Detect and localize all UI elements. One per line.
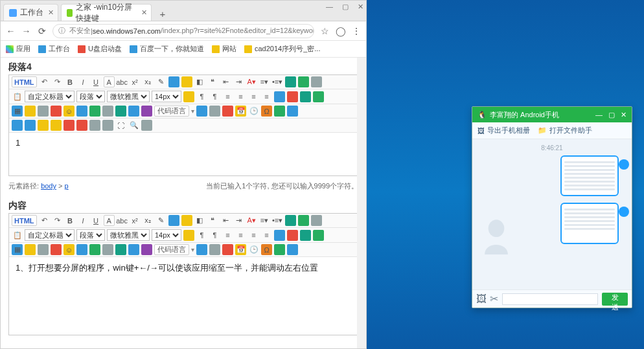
merge-icon[interactable] <box>89 120 100 131</box>
video-icon[interactable] <box>287 91 298 102</box>
indent-right-icon[interactable]: ⇥ <box>233 215 244 226</box>
rtl-icon[interactable]: ¶ <box>209 91 220 102</box>
chat-input[interactable] <box>502 293 598 305</box>
map-icon[interactable] <box>76 106 87 117</box>
maximize-icon[interactable]: ▢ <box>608 111 615 119</box>
flash-icon[interactable] <box>128 244 139 255</box>
font-box-icon[interactable]: A <box>104 215 115 226</box>
indent-right-icon[interactable]: ⇥ <box>233 76 244 87</box>
media-icon[interactable] <box>115 244 126 255</box>
align-center-icon[interactable]: ≡ <box>235 230 246 241</box>
image-icon[interactable] <box>274 230 285 241</box>
preview-icon[interactable] <box>222 244 233 255</box>
ordered-list-icon[interactable]: ≡▾ <box>259 76 270 87</box>
scrollbar[interactable] <box>357 58 366 348</box>
anchor-icon[interactable] <box>311 76 322 87</box>
bookmark-item[interactable]: cad2014序列号_密... <box>244 44 321 54</box>
search-icon[interactable]: 🔍 <box>128 120 139 131</box>
spellcheck-icon[interactable] <box>274 106 285 117</box>
minimize-icon[interactable]: — <box>595 111 603 119</box>
link-icon[interactable] <box>300 91 311 102</box>
align-left-icon[interactable]: ≡ <box>222 91 233 102</box>
form-icon[interactable] <box>51 244 62 255</box>
highlight-icon[interactable] <box>181 215 192 226</box>
font-size-select[interactable]: 14px <box>152 229 181 241</box>
attach-icon[interactable] <box>102 244 113 255</box>
maximize-icon[interactable]: ▢ <box>342 3 349 11</box>
row-above-icon[interactable] <box>12 120 23 131</box>
brush-icon[interactable] <box>168 215 179 226</box>
apps-button[interactable]: 应用 <box>6 44 30 54</box>
superscript-icon[interactable]: x² <box>130 215 141 226</box>
style-select[interactable]: 自定义标题 <box>25 91 75 102</box>
find-icon[interactable] <box>287 244 298 255</box>
font-family-select[interactable]: 微软雅黑 <box>107 91 150 102</box>
table-icon[interactable]: ▦ <box>12 106 23 117</box>
highlight-icon[interactable] <box>181 76 192 87</box>
ruler-icon[interactable] <box>183 91 194 102</box>
eraser-icon[interactable]: ◧ <box>194 76 205 87</box>
font-color-icon[interactable]: A▾ <box>246 76 257 87</box>
spellcheck-icon[interactable] <box>274 244 285 255</box>
anchor-icon[interactable] <box>311 215 322 226</box>
ltr-icon[interactable]: ¶ <box>196 230 207 241</box>
qq-titlebar[interactable]: 🐧 李富翔的 Android手机 — ▢ ✕ <box>472 107 632 122</box>
html-source-button[interactable]: HTML <box>12 215 37 226</box>
video-icon[interactable] <box>287 230 298 241</box>
date-icon[interactable]: 📅 <box>235 244 246 255</box>
clear-format-icon[interactable]: ✎ <box>155 76 167 87</box>
align-justify-icon[interactable]: ≡ <box>261 91 272 102</box>
unordered-list-icon[interactable]: •≡▾ <box>272 215 283 226</box>
bookmark-item[interactable]: 工作台 <box>38 44 70 54</box>
star-icon[interactable]: ☆ <box>320 26 330 36</box>
path-body-link[interactable]: body <box>41 182 56 190</box>
attach-icon[interactable] <box>102 106 113 117</box>
bookmark-item[interactable]: 百度一下，你就知道 <box>130 44 204 54</box>
col-left-icon[interactable] <box>38 120 49 131</box>
italic-icon[interactable]: I <box>78 76 89 87</box>
date-icon[interactable]: 📅 <box>235 106 246 117</box>
align-right-icon[interactable]: ≡ <box>248 230 259 241</box>
address-bar[interactable]: ⓘ 不安全 | seo.windows7en.com/index.php?r=s… <box>52 24 314 38</box>
path-p-link[interactable]: p <box>65 182 69 190</box>
emoji-icon[interactable] <box>285 215 296 226</box>
font-family-select[interactable]: 微软雅黑 <box>107 229 150 241</box>
template-icon[interactable] <box>196 106 207 117</box>
smiley-icon[interactable]: ☺ <box>63 244 75 255</box>
close-icon[interactable]: ✕ <box>48 8 54 17</box>
indent-left-icon[interactable]: ⇤ <box>220 215 231 226</box>
subscript-icon[interactable]: x₂ <box>143 215 154 226</box>
flash-icon[interactable] <box>128 106 139 117</box>
italic-icon[interactable]: I <box>78 215 89 226</box>
browser-tab-1[interactable]: 工作台 ✕ <box>3 4 58 21</box>
template-icon[interactable] <box>196 244 207 255</box>
strike-icon[interactable]: abc <box>117 215 128 226</box>
hr-icon[interactable] <box>25 244 36 255</box>
close-icon[interactable]: ✕ <box>141 8 147 17</box>
redo-icon[interactable]: ↷ <box>52 215 63 226</box>
print-icon[interactable] <box>209 106 220 117</box>
superscript-icon[interactable]: x² <box>130 76 141 87</box>
html-source-button[interactable]: HTML <box>12 76 37 87</box>
chart-icon[interactable] <box>89 244 100 255</box>
form-icon[interactable] <box>51 106 62 117</box>
code-language-button[interactable]: 代码语言 <box>154 106 189 117</box>
image-icon[interactable] <box>274 91 285 102</box>
account-icon[interactable]: ◯ <box>336 26 345 36</box>
unordered-list-icon[interactable]: •≡▾ <box>272 76 283 87</box>
editor-content-area[interactable]: 1 <box>9 133 358 175</box>
smiley-icon[interactable]: ☺ <box>63 106 75 117</box>
fullscreen-icon[interactable]: ⛶ <box>115 120 126 131</box>
align-justify-icon[interactable]: ≡ <box>261 230 272 241</box>
chat-bubble-screenshot[interactable] <box>560 155 619 196</box>
paste-icon[interactable]: 📋 <box>12 91 23 102</box>
redo-icon[interactable]: ↷ <box>52 76 63 87</box>
screenshot-icon[interactable] <box>141 106 152 117</box>
reload-icon[interactable]: ⟳ <box>37 26 47 36</box>
brush-icon[interactable] <box>168 76 179 87</box>
new-tab-button[interactable]: + <box>155 6 170 21</box>
hr-icon[interactable] <box>25 106 36 117</box>
eraser-icon[interactable]: ◧ <box>194 215 205 226</box>
table-icon[interactable]: ▦ <box>12 244 23 255</box>
time-icon[interactable]: 🕒 <box>248 244 259 255</box>
